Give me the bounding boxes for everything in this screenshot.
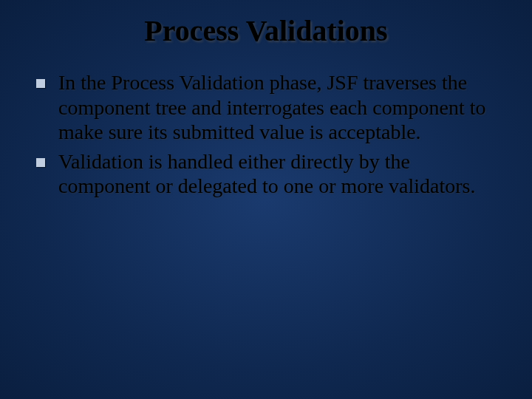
square-bullet-icon (36, 158, 45, 167)
bullet-item: Validation is handled either directly by… (33, 149, 499, 199)
bullet-item: In the Process Validation phase, JSF tra… (33, 70, 499, 145)
bullet-text: In the Process Validation phase, JSF tra… (58, 71, 485, 143)
bullet-text: Validation is handled either directly by… (58, 150, 475, 198)
bullet-list: In the Process Validation phase, JSF tra… (33, 70, 499, 199)
slide: Process Validations In the Process Valid… (0, 0, 532, 399)
square-bullet-icon (36, 79, 45, 88)
slide-title: Process Validations (33, 13, 499, 48)
